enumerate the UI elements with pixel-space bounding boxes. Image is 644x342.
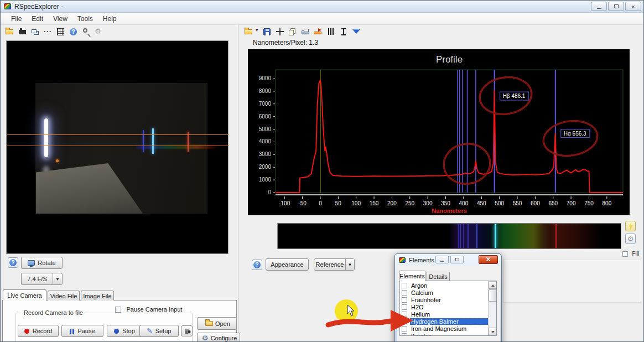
open-folder-icon[interactable] bbox=[244, 27, 255, 37]
stop-icon bbox=[114, 329, 119, 334]
cyan-spectral-line bbox=[152, 128, 154, 154]
x-tick-label: 0 bbox=[319, 200, 322, 206]
dialog-tab-details[interactable]: Details bbox=[427, 272, 450, 281]
list-item-argon[interactable]: Argon bbox=[400, 282, 488, 289]
profile-help-button[interactable] bbox=[252, 260, 262, 270]
measure-height-icon[interactable] bbox=[339, 27, 349, 37]
open-folder-icon[interactable] bbox=[5, 27, 15, 37]
tab-image-file[interactable]: Image File bbox=[81, 291, 114, 300]
tab-live-camera[interactable]: Live Camera bbox=[3, 289, 46, 300]
camera-icon bbox=[185, 329, 189, 334]
dialog-close-button[interactable]: ✕ bbox=[479, 255, 498, 264]
annotation-arrow-shaft bbox=[328, 321, 391, 325]
elements-listbox: ArgonCalciumFraunhoferH2OHelium✓Hydrogen… bbox=[399, 281, 497, 336]
y-tick-label: 3000 bbox=[259, 151, 272, 157]
record-button[interactable]: Record bbox=[18, 325, 59, 337]
crop-icon[interactable] bbox=[275, 27, 285, 37]
strip-settings-button[interactable] bbox=[625, 234, 636, 244]
maximize-button[interactable] bbox=[608, 2, 624, 11]
elements-scrollbar[interactable] bbox=[488, 281, 496, 335]
calibrate-icon[interactable] bbox=[313, 27, 324, 37]
list-item-krypton[interactable]: Krypton bbox=[400, 332, 488, 336]
import-image-icon[interactable] bbox=[18, 27, 28, 37]
dialog-tab-elements[interactable]: Elements bbox=[399, 271, 425, 281]
element-label: Helium bbox=[410, 311, 431, 318]
scroll-thumb[interactable] bbox=[489, 289, 497, 302]
chart-title: Profile bbox=[436, 54, 463, 65]
settings-icon[interactable] bbox=[94, 27, 105, 37]
pause-icon bbox=[70, 329, 74, 334]
columns-icon[interactable] bbox=[326, 27, 336, 37]
menu-edit[interactable]: Edit bbox=[27, 14, 48, 24]
elements-dialog-body: ElementsDetails ArgonCalciumFraunhoferH2… bbox=[397, 266, 500, 342]
dropdown-caret-icon[interactable]: ▾ bbox=[256, 27, 261, 37]
pause-button[interactable]: Pause bbox=[61, 325, 103, 337]
y-tick-label: 0 bbox=[268, 189, 271, 195]
panel-divider[interactable] bbox=[238, 25, 238, 342]
desk-surface bbox=[36, 163, 152, 214]
list-item-iron-and-magnesium[interactable]: Iron and Magnesium bbox=[400, 325, 488, 332]
snapshot-button[interactable] bbox=[181, 325, 193, 336]
tab-video-file[interactable]: Video File bbox=[48, 291, 80, 300]
fps-dropdown[interactable]: 7.4 F/S ▼ bbox=[21, 273, 63, 285]
auto-scale-button[interactable] bbox=[625, 221, 636, 231]
save-icon[interactable] bbox=[262, 27, 273, 37]
dialog-maximize-button[interactable] bbox=[450, 256, 464, 263]
menu-file[interactable]: File bbox=[6, 14, 27, 24]
menu-tools[interactable]: Tools bbox=[72, 14, 98, 24]
pause-camera-input-label: Pause Camera Input bbox=[126, 306, 182, 313]
checkbox-icon[interactable]: ✓ bbox=[402, 319, 407, 324]
selection-line-top[interactable] bbox=[7, 134, 229, 135]
checkbox-icon[interactable] bbox=[402, 290, 407, 296]
checkbox-icon[interactable] bbox=[402, 326, 407, 331]
checkbox-icon[interactable] bbox=[402, 304, 407, 310]
stop-button[interactable]: Stop bbox=[107, 325, 142, 337]
checkbox-icon[interactable] bbox=[402, 297, 407, 303]
close-button[interactable]: × bbox=[625, 2, 641, 11]
flip-triangle-icon[interactable] bbox=[351, 27, 362, 37]
checkbox-icon[interactable] bbox=[402, 283, 407, 288]
list-item-fraunhofer[interactable]: Fraunhofer bbox=[400, 296, 488, 303]
scroll-down-button[interactable] bbox=[489, 328, 497, 335]
checkbox-icon[interactable] bbox=[402, 333, 407, 336]
gear-icon bbox=[627, 235, 634, 243]
chevron-down-icon: ▼ bbox=[53, 273, 62, 284]
monitor-icon bbox=[28, 260, 35, 266]
pen-icon: ✎ bbox=[147, 327, 153, 335]
dialog-minimize-button[interactable] bbox=[435, 256, 449, 263]
cascade-windows-icon[interactable] bbox=[30, 27, 41, 37]
reference-dropdown[interactable]: Reference ▼ bbox=[314, 258, 355, 271]
open-button[interactable]: Open bbox=[197, 317, 237, 330]
menu-view[interactable]: View bbox=[48, 14, 72, 24]
appearance-button[interactable]: Appearance bbox=[266, 258, 309, 271]
setup-button[interactable]: ✎Setup bbox=[139, 325, 179, 337]
x-tick-label: 250 bbox=[405, 200, 414, 206]
y-tick-label: 9000 bbox=[259, 75, 272, 81]
record-group-label: Record Camera to file bbox=[22, 309, 85, 316]
profile-chart[interactable]: Profile010002000300040005000600070008000… bbox=[248, 49, 630, 215]
ellipsis-icon[interactable]: ··· bbox=[43, 27, 54, 37]
y-tick-label: 7000 bbox=[259, 101, 272, 107]
minimize-button[interactable] bbox=[591, 2, 607, 11]
help-icon[interactable] bbox=[69, 27, 79, 37]
profile-chart-panel: Profile010002000300040005000600070008000… bbox=[248, 49, 630, 215]
configure-button[interactable]: Configure bbox=[197, 333, 240, 342]
checkbox-icon[interactable] bbox=[402, 312, 407, 317]
menu-help[interactable]: Help bbox=[98, 14, 122, 24]
camera-help-button[interactable] bbox=[8, 257, 18, 268]
lamp-source bbox=[44, 118, 48, 157]
list-item-h2o[interactable]: H2O bbox=[400, 303, 488, 310]
rotate-button[interactable]: Rotate bbox=[21, 257, 63, 269]
grid-icon[interactable] bbox=[56, 27, 66, 37]
print-icon[interactable] bbox=[300, 27, 311, 37]
fill-checkbox[interactable]: Fill bbox=[622, 248, 639, 258]
list-item-calcium[interactable]: Calcium bbox=[400, 289, 488, 296]
selection-line-bottom[interactable] bbox=[7, 146, 229, 146]
gear-icon bbox=[201, 334, 210, 342]
list-item-hydrogen-balmer[interactable]: ✓Hydrogen Balmer bbox=[400, 318, 488, 325]
scroll-up-button[interactable] bbox=[489, 281, 497, 289]
list-item-helium[interactable]: Helium bbox=[400, 310, 488, 318]
zoom-icon[interactable] bbox=[81, 27, 92, 37]
copy-icon[interactable] bbox=[288, 27, 298, 37]
pause-camera-input-checkbox[interactable]: Pause Camera Input bbox=[115, 304, 182, 314]
